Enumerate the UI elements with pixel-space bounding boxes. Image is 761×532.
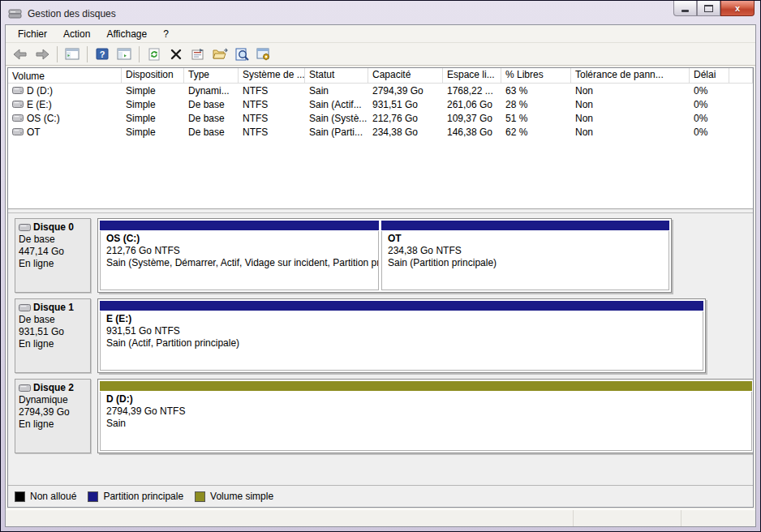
- back-icon: [13, 49, 28, 60]
- menu-action[interactable]: Action: [56, 27, 97, 41]
- menu-fichier[interactable]: Fichier: [11, 27, 54, 41]
- table-row-os[interactable]: OS (C:) Simple De base NTFS Sain (Systè.…: [8, 111, 753, 125]
- partition-name: E (E:): [106, 313, 697, 325]
- disk2-info-panel[interactable]: Disque 2 Dynamique 2794,39 Go En ligne: [15, 379, 91, 453]
- cell-capacite: 2794,39 Go: [368, 85, 443, 97]
- table-row-d[interactable]: D (D:) Simple Dynami... NTFS Sain 2794,3…: [8, 84, 753, 97]
- statusbar: [6, 509, 755, 526]
- close-button[interactable]: x: [720, 1, 755, 16]
- delete-icon: [170, 49, 182, 60]
- menu-aide[interactable]: ?: [156, 27, 176, 41]
- partition-color-strip: [381, 221, 669, 230]
- cell-statut: Sain: [305, 85, 368, 97]
- cell-espace: 1768,22 ...: [443, 85, 501, 97]
- col-type[interactable]: Type: [184, 68, 239, 83]
- cell-delai: 0%: [690, 113, 729, 124]
- toolbar-separator: [87, 46, 88, 62]
- partition-color-strip: [100, 301, 703, 311]
- col-volume[interactable]: Volume: [8, 68, 122, 83]
- cell-libres: 28 %: [501, 99, 571, 110]
- disk-row-1: Disque 1 De base 931,51 Go En ligne E (E…: [15, 298, 753, 373]
- cell-tolerance: Non: [571, 85, 690, 97]
- back-button[interactable]: [11, 45, 30, 63]
- forward-icon: [35, 49, 49, 60]
- cell-statut: Sain (Parti...: [305, 127, 368, 138]
- partition-color-strip: [100, 221, 379, 230]
- table-row-e[interactable]: E (E:) Simple De base NTFS Sain (Actif..…: [8, 97, 753, 111]
- disk-icon: [19, 224, 31, 231]
- table-row-ot[interactable]: OT Simple De base NTFS Sain (Parti... 23…: [8, 125, 753, 139]
- window-controls: x: [673, 1, 755, 16]
- delete-button[interactable]: [166, 45, 186, 63]
- volume-icon: [12, 128, 24, 135]
- disk0-bar: OS (C:) 212,76 Go NTFS Sain (Système, Dé…: [97, 218, 672, 293]
- partition-d[interactable]: D (D:) 2794,39 Go NTFS Sain: [100, 381, 752, 451]
- cell-espace: 146,38 Go: [443, 127, 501, 138]
- partition-name: OT: [388, 233, 663, 245]
- console-tree-button[interactable]: [62, 45, 82, 63]
- disk-icon: [19, 304, 31, 311]
- volume-icon: [12, 101, 24, 108]
- statusbar-section: [681, 510, 755, 526]
- legend-label: Non alloué: [30, 491, 76, 502]
- manage-button[interactable]: [254, 45, 273, 63]
- show-console-button[interactable]: [114, 45, 134, 63]
- disk-management-window: Gestion des disques x Fichier Action Aff…: [0, 0, 761, 532]
- cell-libres: 62 %: [501, 127, 571, 138]
- app-icon: [8, 8, 23, 19]
- properties-button[interactable]: [188, 45, 208, 63]
- view-icon: [235, 48, 249, 61]
- partition-e[interactable]: E (E:) 931,51 Go NTFS Sain (Actif, Parti…: [100, 301, 703, 371]
- help-button[interactable]: ?: [92, 45, 112, 63]
- disk0-info-panel[interactable]: Disque 0 De base 447,14 Go En ligne: [15, 218, 91, 293]
- col-tolerance[interactable]: Tolérance de pann...: [571, 68, 690, 83]
- cell-capacite: 931,51 Go: [368, 99, 443, 110]
- col-capacite[interactable]: Capacité: [368, 68, 443, 83]
- partition-os-c[interactable]: OS (C:) 212,76 Go NTFS Sain (Système, Dé…: [100, 221, 379, 290]
- statusbar-section: [6, 510, 574, 526]
- cell-tolerance: Non: [571, 99, 690, 110]
- cell-type: Dynami...: [184, 85, 239, 97]
- partition-size: 234,38 Go NTFS: [388, 245, 663, 257]
- view-button[interactable]: [232, 45, 252, 63]
- legend-item-unallocated: Non alloué: [15, 491, 76, 502]
- forward-button[interactable]: [32, 45, 52, 63]
- disk-row-2: Disque 2 Dynamique 2794,39 Go En ligne D…: [15, 379, 753, 453]
- cell-tolerance: Non: [571, 113, 690, 124]
- disk-status: En ligne: [19, 338, 87, 350]
- col-delai[interactable]: Délai: [690, 68, 729, 83]
- disk-type: De base: [19, 234, 87, 246]
- cell-type: De base: [184, 127, 239, 138]
- maximize-button[interactable]: [697, 1, 720, 16]
- cell-statut: Sain (Actif...: [305, 99, 368, 110]
- cell-espace: 261,06 Go: [443, 99, 501, 110]
- open-button[interactable]: [210, 45, 230, 63]
- col-statut[interactable]: Statut: [305, 68, 368, 83]
- titlebar[interactable]: Gestion des disques x: [5, 3, 756, 24]
- col-systeme[interactable]: Système de ...: [239, 68, 305, 83]
- col-disposition[interactable]: Disposition: [122, 68, 184, 83]
- menu-affichage[interactable]: Affichage: [99, 27, 154, 41]
- col-espace-libre[interactable]: Espace li...: [443, 68, 501, 83]
- cell-statut: Sain (Systè...: [305, 113, 368, 124]
- volume-name: E (E:): [27, 99, 52, 110]
- col-pct-libres[interactable]: % Libres: [501, 68, 571, 83]
- open-icon: [213, 48, 228, 60]
- simple-volume-swatch: [195, 491, 205, 502]
- disk1-info-panel[interactable]: Disque 1 De base 931,51 Go En ligne: [15, 298, 91, 373]
- partition-status: Sain (Partition principale): [388, 257, 663, 269]
- statusbar-section: [574, 510, 681, 526]
- refresh-button[interactable]: [144, 45, 164, 63]
- maximize-icon: [704, 5, 713, 12]
- cell-capacite: 234,38 Go: [368, 127, 443, 138]
- disk1-bar: E (E:) 931,51 Go NTFS Sain (Actif, Parti…: [97, 298, 706, 373]
- partition-ot[interactable]: OT 234,38 Go NTFS Sain (Partition princi…: [381, 221, 669, 290]
- cell-libres: 63 %: [501, 85, 571, 97]
- minimize-button[interactable]: [673, 1, 697, 16]
- cell-capacite: 212,76 Go: [368, 113, 443, 124]
- unallocated-swatch: [15, 491, 25, 502]
- partition-size: 931,51 Go NTFS: [106, 325, 697, 337]
- cell-libres: 51 %: [501, 113, 571, 124]
- partition-status: Sain (Actif, Partition principale): [106, 337, 697, 350]
- cell-disposition: Simple: [122, 99, 184, 110]
